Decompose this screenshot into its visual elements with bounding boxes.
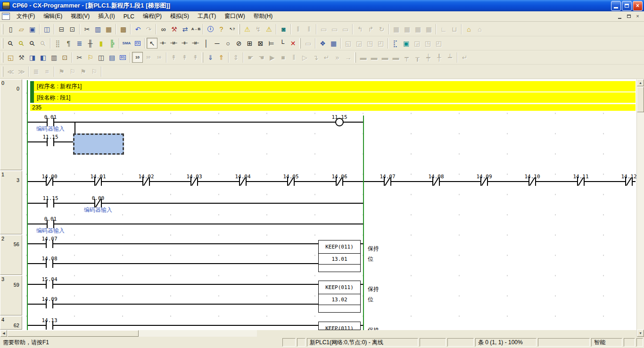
find-warning-icon[interactable]: ⚠ <box>264 24 274 34</box>
paste-icon[interactable]: ▦ <box>103 24 114 34</box>
comment-display-icon[interactable]: ¶ <box>63 38 74 49</box>
mnemonic-view-icon[interactable]: SMA <box>121 38 132 49</box>
menu-item-9[interactable]: 窗口(W) <box>220 11 249 21</box>
monitor-alarm-icon[interactable]: ◙ <box>278 24 289 34</box>
info-icon[interactable]: i <box>205 24 216 34</box>
contact-14.01[interactable]: 14.01 <box>74 174 122 180</box>
undo-icon[interactable]: ↶ <box>132 24 143 34</box>
rung-margin-block[interactable]: 462 <box>0 316 22 330</box>
contact-14.06[interactable]: 14.06 <box>316 174 363 180</box>
paste-special-icon[interactable]: ▩ <box>118 24 129 34</box>
selection-cursor[interactable] <box>73 133 124 155</box>
contact-14.03[interactable]: 14.03 <box>171 174 218 180</box>
restore-button[interactable] <box>622 1 632 11</box>
search-symbol-icon[interactable]: ⇄ <box>180 24 190 34</box>
new-or-contact-icon[interactable]: ⊣⊢ <box>179 38 190 49</box>
new-contact-icon[interactable]: ⊣⊢ <box>157 38 168 49</box>
menu-item-6[interactable]: 编程(P) <box>139 11 166 21</box>
horizontal-scrollbar[interactable]: ◀ <box>0 330 257 337</box>
contact-14.11[interactable]: 14.11 <box>557 174 604 180</box>
binary-monitor-icon[interactable]: 01 <box>117 52 128 63</box>
new-file-icon[interactable]: ▯ <box>5 24 16 34</box>
io-comment-view-icon[interactable]: ▣ <box>401 38 412 49</box>
contact-14.05[interactable]: 14.05 <box>267 174 314 180</box>
print-icon[interactable]: ⊟ <box>56 24 67 34</box>
open-project-icon[interactable]: ▱ <box>16 24 27 34</box>
copy-icon[interactable]: ▥ <box>92 24 103 34</box>
menu-item-3[interactable]: 视图(V) <box>66 11 94 21</box>
scroll-left-button[interactable]: ◀ <box>0 330 7 337</box>
new-instruction-set-icon[interactable]: ⊠ <box>255 38 266 49</box>
upload-from-plc-icon[interactable]: ⇑ <box>216 52 227 63</box>
compile-check-icon[interactable]: ⚠ <box>242 24 253 34</box>
cut-icon[interactable]: ✂ <box>82 24 92 34</box>
menu-item-7[interactable]: 模拟(S) <box>166 11 193 21</box>
mdi-close-button[interactable]: × <box>634 13 642 20</box>
new-horizontal-line-icon[interactable]: ─ <box>212 38 223 49</box>
new-differential-icon[interactable]: ⊨ <box>266 38 277 49</box>
rung-annotation-icon[interactable]: ≣ <box>74 38 85 49</box>
mdi-restore-button[interactable] <box>625 13 633 20</box>
highlight-block-icon[interactable]: ▮ <box>96 38 107 49</box>
workspace-window-icon[interactable]: ◱ <box>5 52 16 63</box>
minimize-button[interactable] <box>611 1 621 11</box>
help-topics-icon[interactable]: ? <box>216 24 227 34</box>
contact-11.15[interactable]: 11.15 <box>27 134 74 140</box>
section-cut-icon[interactable]: ✂ <box>74 52 85 63</box>
protection-set-icon[interactable]: ⌂ <box>463 24 474 34</box>
contact-14.08[interactable]: 14.08 <box>26 256 73 262</box>
local-symbol-icon[interactable]: ▥ <box>49 52 59 63</box>
rung-margin-block[interactable]: 00 <box>0 79 22 170</box>
contact-14.07[interactable]: 14.07 <box>364 174 411 180</box>
print-setup-icon[interactable]: ◫ <box>41 24 52 34</box>
menu-item-1[interactable]: 文件(F) <box>12 11 39 21</box>
menu-item-2[interactable]: 编辑(E) <box>39 11 66 21</box>
coil-address[interactable]: 11.15 <box>316 114 363 120</box>
show-all-levels-icon[interactable]: ❖ <box>317 38 328 49</box>
new-vertical-line-icon[interactable]: │ <box>201 38 212 49</box>
scroll-up-button[interactable]: ▲ <box>637 79 644 86</box>
new-or-closed-contact-icon[interactable]: ⊣/⊢ <box>190 38 201 49</box>
select-mode-icon[interactable]: ↖ <box>147 38 157 49</box>
contact-0.01[interactable]: 0.01 <box>27 216 74 222</box>
menu-item-4[interactable]: 插入(I) <box>94 11 119 21</box>
download-to-plc-icon[interactable]: ⇓ <box>205 52 216 63</box>
contact-14.08[interactable]: 14.08 <box>413 174 460 180</box>
ladder-diagram-editor[interactable]: [程序名 : 新程序1] [段名称 : 段1] 235 001325635946… <box>0 79 636 330</box>
keep-instruction-block[interactable]: KEEP(011)13.01 <box>318 240 361 272</box>
new-closed-coil-icon[interactable]: ⊘ <box>233 38 244 49</box>
rung-margin-block[interactable]: 359 <box>0 275 22 315</box>
contact-14.09[interactable]: 14.09 <box>26 296 73 302</box>
symbol-table-icon[interactable]: ⣏ <box>390 38 401 49</box>
replace-icon[interactable]: ⚒ <box>169 24 180 34</box>
vertical-scrollbar[interactable]: ▲ ▼ <box>636 79 644 337</box>
contact-11.15[interactable]: 11.15 <box>27 195 74 201</box>
contact-14.00[interactable]: 14.00 <box>26 174 73 180</box>
zoom-region-icon[interactable]: ⚲ <box>16 38 27 49</box>
new-instruction-icon[interactable]: ⊞ <box>244 38 255 49</box>
contact-14.02[interactable]: 14.02 <box>123 174 170 180</box>
keep-instruction-block[interactable]: KEEP(011) <box>318 322 361 330</box>
keep-instruction-block[interactable]: KEEP(011)13.02 <box>318 281 361 313</box>
new-coil-icon[interactable]: ○ <box>223 38 233 49</box>
ladder-view-icon[interactable]: ◫ <box>96 52 107 63</box>
menu-item-8[interactable]: 工具(T) <box>193 11 220 21</box>
grid-toggle-icon[interactable]: ⣿ <box>52 38 63 49</box>
output-window-icon[interactable]: ▤ <box>107 52 117 63</box>
contact-14.10[interactable]: 14.10 <box>509 174 556 180</box>
close-button[interactable]: × <box>633 1 643 11</box>
context-help-icon[interactable]: ↖? <box>227 24 238 34</box>
toolbox-icon[interactable]: ⚒ <box>16 52 27 63</box>
rung-margin-block[interactable]: 13 <box>0 171 22 234</box>
section-header-banner[interactable]: [程序名 : 新程序1] [段名称 : 段1] 235 <box>30 81 636 112</box>
line-connect-icon[interactable]: └ <box>277 38 288 49</box>
contact-0.00[interactable]: 0.00 <box>74 195 122 201</box>
document-icon[interactable] <box>2 13 10 20</box>
horizontal-scroll-thumb[interactable] <box>8 330 139 337</box>
find-icon[interactable]: ∞ <box>158 24 169 34</box>
new-closed-contact-icon[interactable]: ⊣/⊢ <box>168 38 179 49</box>
monitor-size-icon[interactable]: ╫ <box>85 38 96 49</box>
menu-item-10[interactable]: 帮助(H) <box>249 11 277 21</box>
contact-0.01[interactable]: 0.01 <box>27 114 74 120</box>
properties-icon[interactable]: ⊡ <box>59 52 70 63</box>
